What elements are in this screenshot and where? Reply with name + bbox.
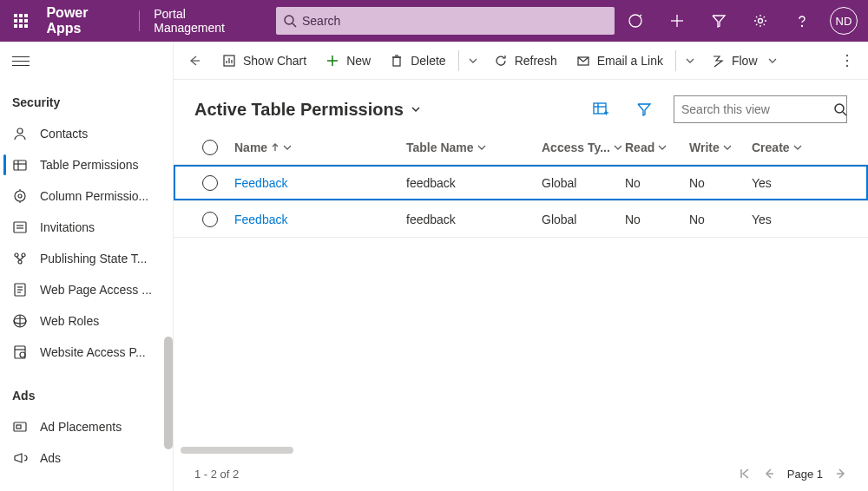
first-page-button[interactable] [739,468,751,480]
filter-button[interactable] [698,0,740,42]
quick-find-input[interactable] [681,102,833,116]
sidebar-item-label: Ad Placements [40,420,161,434]
column-header-create[interactable]: Create [752,141,812,154]
command-label: Email a Link [597,54,663,68]
back-arrow-icon [187,54,201,68]
column-header-read[interactable]: Read [625,141,689,154]
sidebar-item-web-page-access[interactable]: Web Page Access ... [0,274,173,305]
back-button[interactable] [181,47,208,75]
refresh-button[interactable]: Refresh [485,47,566,75]
table-row[interactable]: Feedback feedback Global No No Yes [174,165,868,201]
table-row[interactable]: Feedback feedback Global No No Yes [174,201,868,238]
edit-columns-button[interactable] [587,95,615,123]
app-launcher-button[interactable] [0,0,41,42]
email-link-split-button[interactable] [680,47,700,75]
quick-find [674,95,847,123]
svg-rect-49 [594,103,606,114]
chevron-down-icon [283,143,292,152]
command-separator [458,50,459,71]
view-header: Active Table Permissions [174,80,868,130]
global-header: Power Apps Portal Management ND [0,0,868,42]
assistant-button[interactable] [615,0,656,42]
sidebar-item-label: Web Page Access ... [40,283,161,297]
show-chart-button[interactable]: Show Chart [214,47,315,75]
prev-page-button[interactable] [763,468,775,480]
cell-read: No [625,213,689,226]
email-icon [576,54,590,68]
columns-icon [592,101,609,118]
header-actions: ND [615,0,865,42]
svg-rect-34 [14,422,26,431]
chevron-down-icon [723,143,732,152]
cell-create: Yes [752,213,812,226]
add-button[interactable] [656,0,698,42]
delete-split-button[interactable] [463,47,483,75]
row-selector[interactable] [202,212,218,227]
sidebar-item-invitations[interactable]: Invitations [0,212,173,243]
chevron-down-icon [658,143,667,152]
edit-filters-button[interactable] [630,95,658,123]
sidebar-toggle-button[interactable] [12,52,30,69]
grid-horizontal-scrollbar[interactable] [174,444,868,456]
sidebar-item-table-permissions[interactable]: Table Permissions [0,149,173,180]
svg-point-8 [17,128,23,134]
svg-rect-9 [14,160,26,170]
sidebar-item-label: Website Access P... [40,345,161,359]
column-header-label: Name [234,141,267,154]
help-button[interactable] [781,0,823,42]
column-header-label: Table Name [406,141,474,154]
avatar-initials: ND [836,15,852,28]
flow-button[interactable]: Flow [702,47,786,75]
more-commands-button[interactable] [833,47,861,75]
flow-icon [711,54,725,68]
column-header-table-name[interactable]: Table Name [406,141,542,154]
more-vertical-icon [845,54,849,68]
sidebar-item-column-permissions[interactable]: Column Permissio... [0,180,173,212]
sidebar-item-ads[interactable]: Ads [0,442,173,474]
svg-point-0 [285,16,293,24]
column-header-access-type[interactable]: Access Ty... [542,141,625,154]
select-all-column[interactable] [186,140,234,155]
sidebar-item-ad-placements[interactable]: Ad Placements [0,411,173,442]
svg-point-33 [20,352,25,357]
cell-write: No [689,213,752,226]
new-button[interactable]: New [317,47,379,75]
sidebar-item-label: Publishing State T... [40,252,161,265]
column-header-write[interactable]: Write [689,141,752,154]
sidebar-item-web-roles[interactable]: Web Roles [0,305,173,337]
delete-button[interactable]: Delete [381,47,454,75]
sidebar-item-contacts[interactable]: Contacts [0,118,173,149]
global-search[interactable] [276,7,615,35]
svg-point-13 [18,194,22,198]
website-access-icon [12,344,28,360]
settings-button[interactable] [740,0,781,42]
next-page-icon [835,468,847,480]
sidebar-item-label: Column Permissio... [40,189,161,203]
command-label: New [346,54,371,68]
refresh-icon [494,54,508,68]
page-indicator: Page 1 [787,468,823,481]
sidebar-item-website-access[interactable]: Website Access P... [0,337,173,368]
record-link[interactable]: Feedback [234,213,287,226]
command-label: Refresh [515,54,557,68]
email-link-button[interactable]: Email a Link [568,47,672,75]
global-search-input[interactable] [297,14,608,28]
next-page-button[interactable] [835,468,847,480]
view-title-dropdown[interactable]: Active Table Permissions [194,100,421,120]
chevron-down-icon [686,56,694,65]
chevron-down-icon [768,56,777,65]
svg-rect-43 [393,57,400,66]
user-avatar[interactable]: ND [830,7,858,35]
waffle-icon [14,14,28,28]
scrollbar-thumb[interactable] [181,447,293,454]
row-selector[interactable] [202,175,218,191]
app-subtitle[interactable]: Portal Management [140,7,273,35]
record-link[interactable]: Feedback [234,176,287,190]
column-header-name[interactable]: Name [234,141,406,154]
quick-find-button[interactable] [833,102,847,116]
column-header-label: Create [752,141,790,154]
column-header-label: Write [689,141,720,154]
column-header-label: Access Ty... [542,141,610,154]
sidebar-scrollbar[interactable] [164,337,173,449]
sidebar-item-publishing-state[interactable]: Publishing State T... [0,243,173,274]
